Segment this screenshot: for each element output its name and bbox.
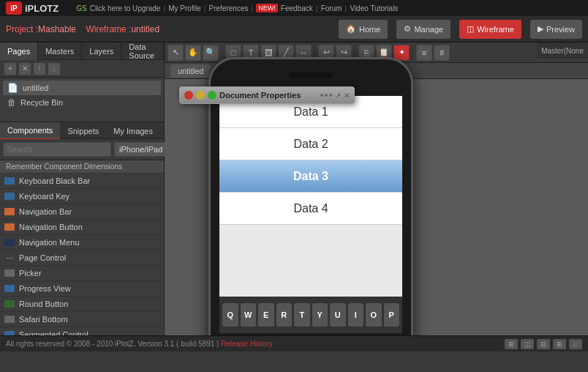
preview-icon: ▶	[538, 24, 543, 34]
keyboard-key[interactable]: E	[258, 303, 274, 327]
tab-data-source[interactable]: Data Source	[121, 42, 164, 60]
canvas-page-tab[interactable]: untitled	[170, 64, 211, 78]
comp-icon	[4, 239, 15, 246]
upgrade-link[interactable]: Click here to Upgrade	[90, 4, 161, 12]
move-up-icon[interactable]: ↑	[34, 63, 45, 75]
wireframe-button[interactable]: ◫ Wireframe	[459, 20, 521, 39]
preferences-link[interactable]: Preferences	[209, 4, 249, 12]
maximize-button[interactable]	[208, 91, 216, 100]
logo-area: iP iPLOTZ	[6, 1, 59, 15]
second-bar: Project :Mashable Wireframe :untitled 🏠 …	[0, 16, 588, 42]
tab-layers[interactable]: Layers	[82, 42, 121, 60]
keyboard-key[interactable]: W	[241, 303, 257, 327]
comp-icon: ···	[4, 254, 15, 261]
comp-item[interactable]: Navigation Menu	[0, 235, 164, 250]
doc-icon: 📄	[7, 83, 18, 93]
comp-label: Page Control	[19, 253, 66, 262]
close-button[interactable]	[184, 91, 193, 100]
phone-list-item[interactable]: Data 2	[219, 128, 402, 160]
status-bar: All rights reserved © 2008 - 2010 iPlotZ…	[0, 335, 588, 351]
add-page-icon[interactable]: +	[4, 63, 16, 75]
move-down-icon[interactable]: ↓	[48, 63, 60, 75]
keyboard-key[interactable]: Y	[312, 303, 328, 327]
close-icon[interactable]: ✕	[344, 92, 350, 100]
forum-link[interactable]: Forum	[321, 4, 342, 12]
tab-my-images[interactable]: My Images	[106, 122, 160, 140]
new-badge: NEW!	[256, 4, 278, 12]
comp-item[interactable]: Keyboard Key	[0, 189, 164, 204]
tab-masters[interactable]: Masters	[38, 42, 82, 60]
comp-tabs: Components Snippets My Images	[0, 122, 164, 139]
status-toolbar-right: ⊞ ◫ ⊟ ⊞ □	[505, 339, 582, 349]
win-icon-4[interactable]: ⊞	[553, 339, 566, 349]
home-button[interactable]: 🏠 Home	[339, 20, 388, 39]
search-input[interactable]	[3, 142, 111, 157]
project-info: Project :Mashable Wireframe :untitled	[6, 24, 159, 34]
tool-align[interactable]: ≡	[416, 45, 432, 61]
win-icon-1[interactable]: ⊞	[505, 339, 518, 349]
tab-pages[interactable]: Pages	[0, 42, 38, 60]
manage-button[interactable]: ⚙ Manage	[396, 20, 451, 39]
comp-label: Navigation Button	[19, 223, 83, 231]
comp-label: Progress View	[19, 284, 71, 293]
comp-label: Keyboard Black Bar	[19, 176, 90, 185]
phone-list-item[interactable]: Data 3	[219, 160, 402, 193]
preview-button[interactable]: ▶ Preview	[530, 20, 582, 39]
comp-item[interactable]: Keyboard Black Bar	[0, 174, 164, 189]
main-layout: Pages Masters Layers Data Source + ✕ ↑ ↓…	[0, 42, 588, 335]
left-panel: Pages Masters Layers Data Source + ✕ ↑ ↓…	[0, 42, 165, 335]
keyboard-key[interactable]: Q	[222, 303, 238, 327]
comp-icon	[4, 208, 15, 215]
keyboard-key[interactable]: U	[330, 303, 346, 327]
comp-icon	[4, 300, 15, 308]
comp-item[interactable]: Segmented Control	[0, 327, 164, 335]
tool-hand[interactable]: ✋	[185, 45, 201, 61]
win-icon-2[interactable]: ◫	[521, 339, 534, 349]
page-item-untitled[interactable]: 📄 untitled	[3, 81, 161, 95]
comp-item[interactable]: Round Button	[0, 297, 164, 312]
tutorials-link[interactable]: Video Tutorials	[350, 4, 398, 12]
pages-list: 📄 untitled 🗑 Recycle Bin	[0, 78, 164, 122]
phone-list-item[interactable]: Data 4	[219, 193, 402, 225]
delete-page-icon[interactable]: ✕	[19, 63, 31, 75]
comp-label: Keyboard Key	[19, 192, 69, 201]
logo-text: iPLOTZ	[25, 3, 59, 14]
comp-label: Navigation Bar	[19, 207, 72, 216]
drag-handle[interactable]	[320, 94, 332, 97]
win-icon-5[interactable]: □	[569, 339, 582, 349]
resize-icon: ↗	[335, 92, 341, 100]
comp-icon	[4, 316, 15, 323]
phone-list: Data 1Data 2Data 3Data 4	[219, 96, 402, 225]
keyboard-key[interactable]: P	[384, 303, 400, 327]
release-history-link[interactable]: Release History	[221, 340, 273, 348]
comp-icon	[4, 331, 15, 335]
comp-item[interactable]: Progress View	[0, 281, 164, 297]
myprofile-link[interactable]: My Profile	[168, 4, 200, 12]
keyboard-key[interactable]: R	[276, 303, 293, 327]
comp-label: Picker	[19, 269, 42, 278]
minimize-button[interactable]	[196, 91, 205, 100]
win-icon-3[interactable]: ⊟	[537, 339, 550, 349]
canvas-area: ↖ ✋ 🔍 □ T 🖼 ╱ ↔ ↩ ↪ ⎘ 📋 ✦ ≡ # Master(Non…	[165, 42, 588, 335]
page-item-recycle[interactable]: 🗑 Recycle Bin	[3, 95, 161, 110]
comp-item[interactable]: ···Page Control	[0, 250, 164, 266]
comp-label: Navigation Menu	[19, 238, 80, 247]
comp-icon	[4, 193, 15, 200]
comp-item[interactable]: Picker	[0, 266, 164, 281]
tab-snippets[interactable]: Snippets	[60, 122, 106, 140]
keyboard-key[interactable]: O	[366, 303, 382, 327]
comp-item[interactable]: Navigation Bar	[0, 204, 164, 220]
comp-item[interactable]: Navigation Button	[0, 220, 164, 235]
tab-components[interactable]: Components	[0, 122, 60, 140]
remember-dimensions-button[interactable]: Remember Component Dimensions	[0, 160, 164, 174]
top-bar: iP iPLOTZ GS Click here to Upgrade | My …	[0, 0, 588, 16]
tool-select[interactable]: ↖	[167, 45, 184, 61]
keyboard-key[interactable]: T	[294, 303, 310, 327]
keyboard-key[interactable]: I	[348, 303, 364, 327]
comp-item[interactable]: Safari Bottom	[0, 312, 164, 327]
tool-grid[interactable]: #	[434, 45, 450, 61]
comp-label: Segmented Control	[19, 330, 88, 335]
comp-label: Round Button	[19, 300, 68, 308]
feedback-link[interactable]: Feedback	[281, 4, 313, 12]
comp-icon	[4, 177, 15, 185]
